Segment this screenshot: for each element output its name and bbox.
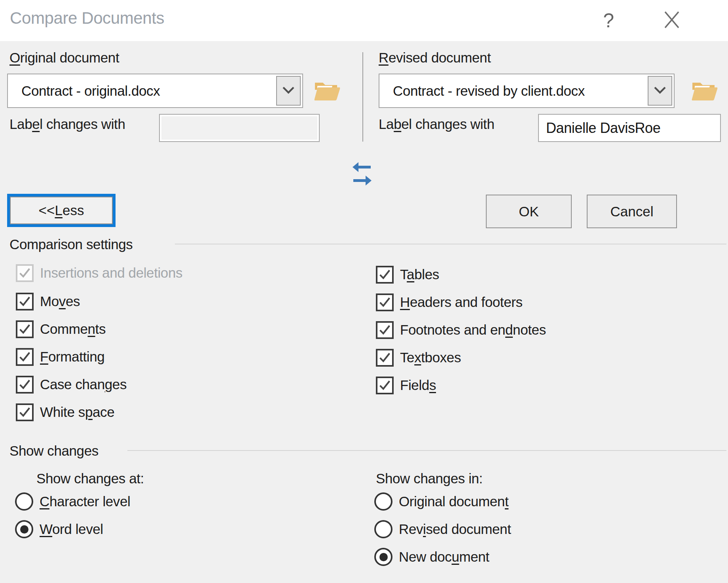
revised-document-combobox[interactable]: Contract - revised by client.docx xyxy=(379,74,675,108)
checkbox-row-tables[interactable]: Tables xyxy=(376,265,439,284)
radio-button[interactable] xyxy=(15,492,33,511)
radio-button[interactable] xyxy=(15,520,33,538)
show-changes-at-label: Show changes at: xyxy=(36,471,144,486)
checkbox[interactable] xyxy=(16,348,34,366)
revised-label-value: Danielle DavisRoe xyxy=(546,120,660,136)
open-folder-icon xyxy=(692,97,718,103)
checkbox-label: Footnotes and endnotes xyxy=(400,322,546,338)
checkbox-label: Comments xyxy=(40,321,106,337)
compare-documents-dialog: Compare Documents ? Original document Co… xyxy=(0,0,728,583)
checkbox[interactable] xyxy=(376,321,394,339)
checkbox-label: Tables xyxy=(400,267,439,282)
revised-label-input[interactable]: Danielle DavisRoe xyxy=(538,114,721,142)
help-button[interactable]: ? xyxy=(585,0,632,41)
checkbox[interactable] xyxy=(16,403,34,421)
original-label-changes-with: Label changes with xyxy=(9,116,125,132)
revised-document-label: Revised document xyxy=(379,50,491,66)
cancel-button[interactable]: Cancel xyxy=(587,195,677,228)
radio-button[interactable] xyxy=(374,520,392,538)
revised-label-changes-with: Label changes with xyxy=(379,116,494,132)
open-folder-icon xyxy=(314,97,340,103)
radio-label: Word level xyxy=(40,521,103,537)
comparison-settings-heading: Comparison settings xyxy=(9,237,133,252)
radio-button[interactable] xyxy=(374,548,392,566)
radio-label: Original document xyxy=(399,494,508,509)
show-changes-heading: Show changes xyxy=(9,443,99,459)
checkbox xyxy=(16,264,34,282)
close-button[interactable] xyxy=(648,0,696,41)
checkbox-label: Moves xyxy=(40,293,80,309)
group-divider xyxy=(175,244,726,244)
original-document-value: Contract - original.docx xyxy=(21,83,160,99)
radio-row-new-document[interactable]: New document xyxy=(374,547,489,566)
original-document-label: Original document xyxy=(9,50,119,66)
original-document-combobox[interactable]: Contract - original.docx xyxy=(7,74,303,108)
revised-browse-button[interactable] xyxy=(692,79,718,102)
group-divider xyxy=(127,450,726,451)
checkbox-row-moves[interactable]: Moves xyxy=(16,292,80,311)
checkbox-label: White space xyxy=(40,404,114,420)
chevron-down-icon xyxy=(282,86,294,96)
original-browse-button[interactable] xyxy=(314,79,340,102)
checkbox-row-textboxes[interactable]: Textboxes xyxy=(376,348,461,367)
radio-button[interactable] xyxy=(374,492,392,511)
chevron-down-icon xyxy=(654,86,666,96)
checkbox-row-comments[interactable]: Comments xyxy=(16,320,106,339)
dialog-title: Compare Documents xyxy=(10,9,164,28)
original-dropdown-button[interactable] xyxy=(276,76,301,106)
show-changes-in-label: Show changes in: xyxy=(376,471,483,486)
checkbox[interactable] xyxy=(16,293,34,310)
revised-dropdown-button[interactable] xyxy=(648,76,672,106)
radio-row-original-document[interactable]: Original document xyxy=(374,492,508,511)
checkbox-row-formatting[interactable]: Formatting xyxy=(16,347,104,366)
checkbox[interactable] xyxy=(376,266,394,284)
section-divider xyxy=(362,52,363,142)
checkbox[interactable] xyxy=(16,320,34,338)
checkbox[interactable] xyxy=(376,377,394,394)
checkbox[interactable] xyxy=(16,376,34,394)
checkbox-label: Fields xyxy=(400,377,436,393)
checkbox-row-insertions-and-deletions: Insertions and deletions xyxy=(16,263,182,282)
checkbox-row-case-changes[interactable]: Case changes xyxy=(16,375,127,394)
radio-label: Revised document xyxy=(399,521,511,537)
radio-label: New document xyxy=(399,549,489,565)
checkbox-label: Insertions and deletions xyxy=(40,265,182,281)
ok-button[interactable]: OK xyxy=(486,195,572,228)
checkbox-row-footnotes-and-endnotes[interactable]: Footnotes and endnotes xyxy=(376,320,546,339)
checkbox-row-white-space[interactable]: White space xyxy=(16,403,114,422)
checkbox-label: Headers and footers xyxy=(400,294,523,310)
revised-document-value: Contract - revised by client.docx xyxy=(393,83,585,99)
checkbox[interactable] xyxy=(376,293,394,311)
checkbox-label: Formatting xyxy=(40,349,104,365)
checkbox-label: Textboxes xyxy=(400,350,461,365)
radio-row-character-level[interactable]: Character level xyxy=(15,492,130,511)
checkbox-row-fields[interactable]: Fields xyxy=(376,376,436,395)
radio-label: Character level xyxy=(40,494,130,509)
close-icon xyxy=(664,11,680,30)
original-label-input[interactable] xyxy=(159,114,320,142)
checkbox-label: Case changes xyxy=(40,377,127,392)
checkbox-row-headers-and-footers[interactable]: Headers and footers xyxy=(376,293,523,312)
title-bar: Compare Documents ? xyxy=(0,0,728,41)
help-icon: ? xyxy=(603,9,614,32)
radio-row-word-level[interactable]: Word level xyxy=(15,520,103,539)
radio-row-revised-document[interactable]: Revised document xyxy=(374,520,511,539)
swap-documents-icon xyxy=(352,161,372,187)
less-button[interactable]: << Less xyxy=(7,194,116,227)
checkbox[interactable] xyxy=(376,349,394,367)
